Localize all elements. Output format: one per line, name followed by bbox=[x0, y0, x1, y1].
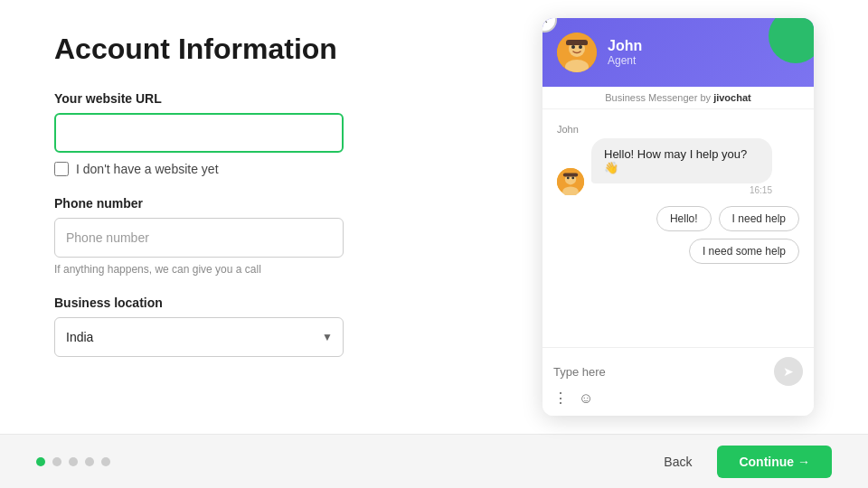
website-url-input[interactable] bbox=[54, 113, 344, 153]
no-website-checkbox[interactable] bbox=[54, 162, 69, 176]
svg-rect-7 bbox=[566, 40, 588, 45]
send-icon: ➤ bbox=[783, 364, 794, 379]
agent-msg-avatar bbox=[557, 168, 584, 195]
chat-send-button[interactable]: ➤ bbox=[774, 357, 803, 386]
chat-header: John Agent bbox=[542, 18, 814, 87]
location-select[interactable]: India United States United Kingdom Canad… bbox=[54, 317, 344, 357]
agent-message-text: Hello! How may I help you? 👋 bbox=[591, 138, 772, 183]
message-sender-label: John bbox=[557, 124, 799, 135]
agent-message-bubble: Hello! How may I help you? 👋 16:15 bbox=[591, 138, 772, 195]
quick-reply-need-help[interactable]: I need help bbox=[719, 206, 799, 231]
continue-button[interactable]: Continue → bbox=[717, 446, 832, 478]
chat-branding: Business Messenger by jivochat bbox=[542, 87, 814, 109]
footer: Back Continue → bbox=[0, 434, 868, 488]
agent-avatar bbox=[557, 33, 597, 72]
agent-msg-avatar-svg bbox=[557, 168, 584, 195]
chat-input-row: ➤ bbox=[553, 357, 803, 386]
footer-buttons: Back Continue → bbox=[649, 446, 832, 478]
quick-replies: Hello! I need help I need some help bbox=[557, 206, 799, 264]
decoration-circle bbox=[769, 18, 814, 63]
chat-widget: × John Agent bbox=[542, 18, 814, 416]
dot-3 bbox=[69, 457, 78, 466]
phone-input[interactable] bbox=[54, 218, 344, 258]
chat-messages: John Hello! How may I help you? 👋 16:15 bbox=[542, 109, 814, 347]
svg-point-4 bbox=[579, 45, 582, 49]
header-decoration bbox=[760, 18, 814, 83]
agent-message-row: Hello! How may I help you? 👋 16:15 bbox=[557, 138, 799, 195]
chat-emoji-button[interactable]: ☺ bbox=[579, 390, 593, 407]
quick-reply-need-some-help[interactable]: I need some help bbox=[689, 239, 799, 264]
agent-avatar-svg bbox=[557, 33, 597, 72]
close-icon: × bbox=[542, 18, 548, 27]
quick-reply-hello[interactable]: Hello! bbox=[656, 206, 712, 231]
svg-point-11 bbox=[567, 177, 570, 180]
jivochat-logo: jivochat bbox=[713, 92, 751, 103]
chat-more-button[interactable]: ⋮ bbox=[553, 389, 568, 407]
pagination-dots bbox=[36, 457, 110, 466]
message-time: 16:15 bbox=[591, 185, 772, 195]
no-website-label: I don't have a website yet bbox=[76, 162, 219, 176]
branding-text: Business Messenger by bbox=[605, 92, 711, 103]
back-button[interactable]: Back bbox=[649, 447, 706, 476]
chat-toolbar: ⋮ ☺ bbox=[553, 386, 803, 407]
svg-point-3 bbox=[571, 45, 575, 49]
dot-1 bbox=[36, 457, 45, 466]
svg-rect-13 bbox=[563, 173, 578, 176]
dot-4 bbox=[85, 457, 94, 466]
chat-type-input[interactable] bbox=[553, 365, 774, 379]
emoji-icon: ☺ bbox=[579, 390, 593, 407]
more-icon: ⋮ bbox=[553, 389, 568, 407]
dot-5 bbox=[101, 457, 110, 466]
svg-point-12 bbox=[571, 177, 574, 180]
chat-input-area: ➤ ⋮ ☺ bbox=[542, 347, 814, 416]
main-content: Account Information Your website URL I d… bbox=[0, 0, 868, 434]
dot-2 bbox=[52, 457, 61, 466]
location-select-wrapper: India United States United Kingdom Canad… bbox=[54, 317, 344, 357]
